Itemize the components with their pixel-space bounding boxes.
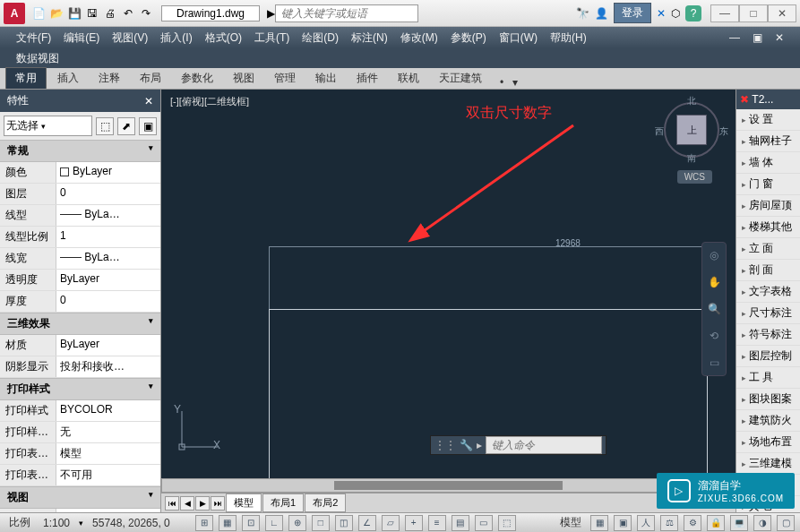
menu-insert[interactable]: 插入(I) bbox=[160, 30, 192, 46]
props-value[interactable]: 0 bbox=[56, 291, 160, 312]
props-section-header[interactable]: 三维效果▾ bbox=[0, 313, 160, 335]
viewcube[interactable]: 上 北 南 东 西 bbox=[660, 99, 723, 161]
ribbon-tab-output[interactable]: 输出 bbox=[306, 68, 346, 89]
palette-item[interactable]: ▸符号标注 bbox=[736, 324, 800, 346]
selectobj-icon[interactable]: ▣ bbox=[139, 117, 157, 135]
props-section-header[interactable]: 打印样式▾ bbox=[0, 378, 160, 400]
scale-dropdown-icon[interactable]: ▾ bbox=[79, 519, 83, 528]
status-model-button[interactable]: 模型 bbox=[556, 515, 585, 530]
pickadd-icon[interactable]: ⬈ bbox=[117, 117, 135, 135]
new-icon[interactable]: 📄 bbox=[30, 5, 47, 21]
ribbon-tab-insert[interactable]: 插入 bbox=[48, 68, 88, 89]
saveas-icon[interactable]: 🖫 bbox=[84, 5, 100, 21]
status-grid-icon[interactable]: ⊡ bbox=[242, 515, 260, 531]
props-section-header[interactable]: 常规▾ bbox=[0, 140, 160, 162]
props-row[interactable]: 透明度ByLayer bbox=[0, 270, 160, 291]
palette-item[interactable]: ▸房间屋顶 bbox=[736, 195, 800, 217]
exchange-icon[interactable]: ✕ bbox=[657, 7, 666, 20]
wcs-label[interactable]: WCS bbox=[677, 170, 712, 184]
props-row[interactable]: 打印表…模型 bbox=[0, 443, 160, 465]
menu-help[interactable]: 帮助(H) bbox=[550, 30, 587, 46]
menu-tools[interactable]: 工具(T) bbox=[254, 30, 289, 46]
status-sc-icon[interactable]: ⬚ bbox=[498, 515, 516, 531]
status-otrack-icon[interactable]: ∠ bbox=[358, 515, 376, 531]
ribbon-tab-tarch[interactable]: 天正建筑 bbox=[430, 68, 491, 89]
status-infer-icon[interactable]: ⊞ bbox=[195, 515, 213, 531]
tool-palette-header[interactable]: ✖ T2... bbox=[736, 90, 800, 109]
status-isolate-icon[interactable]: ◑ bbox=[753, 515, 771, 531]
cmd-grip-icon[interactable]: ⋮⋮ bbox=[434, 439, 456, 451]
doc-min-icon[interactable]: — bbox=[729, 31, 740, 44]
nav-wheel-icon[interactable]: ◎ bbox=[705, 246, 723, 264]
palette-item[interactable]: ▸门 窗 bbox=[736, 174, 800, 195]
status-ducs-icon[interactable]: ▱ bbox=[382, 515, 400, 531]
props-value[interactable]: 0 bbox=[56, 184, 160, 204]
scale-value[interactable]: 1:100 bbox=[39, 517, 73, 529]
nav-pan-icon[interactable]: ✋ bbox=[705, 273, 723, 291]
palette-item[interactable]: ▸墙 体 bbox=[736, 152, 800, 174]
status-grid3-icon[interactable]: ▣ bbox=[614, 515, 632, 531]
status-clean-icon[interactable]: ▢ bbox=[777, 515, 795, 531]
search-play-icon[interactable]: ▶ bbox=[267, 7, 275, 20]
ribbon-tab-common[interactable]: 常用 bbox=[5, 67, 47, 89]
status-tpy-icon[interactable]: ▤ bbox=[452, 515, 469, 531]
props-row[interactable]: 打印样…无 bbox=[0, 422, 160, 443]
props-section-header[interactable]: 视图▾ bbox=[0, 486, 160, 509]
props-row[interactable]: 颜色ByLayer bbox=[0, 162, 160, 184]
props-row[interactable]: 打印样式BYCOLOR bbox=[0, 400, 160, 422]
horizontal-scrollbar[interactable] bbox=[161, 478, 735, 493]
status-qp-icon[interactable]: ▭ bbox=[475, 515, 493, 531]
palette-item[interactable]: ▸图层控制 bbox=[736, 346, 800, 367]
selection-dropdown[interactable]: 无选择 ▾ bbox=[4, 116, 92, 136]
props-row[interactable]: 线型—— ByLa… bbox=[0, 205, 160, 227]
close-button[interactable]: ✕ bbox=[768, 4, 796, 22]
palette-item[interactable]: ▸建筑防火 bbox=[736, 410, 800, 432]
viewcube-north[interactable]: 北 bbox=[687, 95, 696, 107]
palette-item[interactable]: ▸立 面 bbox=[736, 238, 800, 260]
viewcube-top-face[interactable]: 上 bbox=[676, 115, 707, 145]
layout-tab-model[interactable]: 模型 bbox=[226, 493, 262, 512]
palette-item[interactable]: ▸设 置 bbox=[736, 109, 800, 131]
status-3dosnap-icon[interactable]: ◫ bbox=[335, 515, 353, 531]
menu-format[interactable]: 格式(O) bbox=[205, 30, 242, 46]
undo-icon[interactable]: ↶ bbox=[120, 5, 136, 21]
redo-icon[interactable]: ↷ bbox=[138, 5, 154, 21]
layout-next-icon[interactable]: ▶ bbox=[195, 496, 210, 511]
ribbon-tab-parametric[interactable]: 参数化 bbox=[172, 68, 222, 89]
props-value[interactable]: 模型 bbox=[56, 443, 160, 464]
nav-showmotion-icon[interactable]: ▭ bbox=[705, 354, 723, 372]
command-input[interactable] bbox=[486, 436, 602, 454]
status-hw-icon[interactable]: 💻 bbox=[730, 515, 748, 531]
cmd-wrench-icon[interactable]: 🔧 bbox=[460, 439, 473, 451]
props-value[interactable]: —— ByLa… bbox=[56, 248, 160, 269]
menu-view[interactable]: 视图(V) bbox=[112, 30, 148, 46]
infocenter-icon[interactable]: ⬡ bbox=[671, 7, 680, 20]
props-value[interactable]: ByLayer bbox=[56, 335, 160, 356]
status-grid2-icon[interactable]: ▦ bbox=[590, 515, 608, 531]
palette-item[interactable]: ▸三维建模 bbox=[736, 453, 800, 475]
user-icon[interactable]: 👤 bbox=[595, 7, 608, 20]
minimize-button[interactable]: — bbox=[710, 4, 739, 22]
palette-item[interactable]: ▸场地布置 bbox=[736, 432, 800, 453]
props-row[interactable]: 厚度0 bbox=[0, 291, 160, 313]
status-workspace-icon[interactable]: ⚙ bbox=[684, 515, 701, 531]
props-value[interactable]: 无 bbox=[56, 422, 160, 442]
layout-tab-layout1[interactable]: 布局1 bbox=[262, 493, 304, 512]
open-icon[interactable]: 📂 bbox=[48, 5, 65, 21]
palette-item[interactable]: ▸图块图案 bbox=[736, 389, 800, 410]
ribbon-tab-online[interactable]: 联机 bbox=[389, 68, 428, 89]
layout-tab-layout2[interactable]: 布局2 bbox=[305, 493, 346, 512]
ribbon-tab-layout[interactable]: 布局 bbox=[131, 68, 170, 89]
menu-file[interactable]: 文件(F) bbox=[16, 30, 51, 46]
nav-zoom-icon[interactable]: 🔍 bbox=[705, 300, 723, 318]
dimension-line[interactable] bbox=[269, 246, 708, 262]
status-polar-icon[interactable]: ⊕ bbox=[288, 515, 306, 531]
props-row[interactable]: 线宽—— ByLa… bbox=[0, 248, 160, 270]
palette-item[interactable]: ▸楼梯其他 bbox=[736, 217, 800, 238]
palette-item[interactable]: ▸文字表格 bbox=[736, 281, 800, 303]
layout-prev-icon[interactable]: ◀ bbox=[180, 496, 194, 511]
props-value[interactable]: 投射和接收… bbox=[56, 356, 160, 377]
ribbon-tab-annotate[interactable]: 注释 bbox=[90, 68, 129, 89]
status-dyn-icon[interactable]: + bbox=[405, 515, 423, 531]
menu-parametric[interactable]: 参数(P) bbox=[451, 30, 486, 46]
